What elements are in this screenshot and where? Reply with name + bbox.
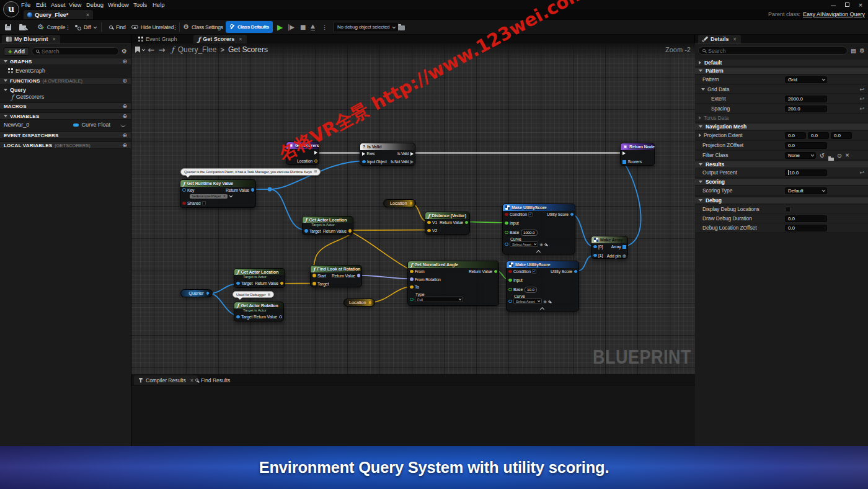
collapse-chevron-icon[interactable] bbox=[537, 249, 541, 253]
menu-edit[interactable]: Edit bbox=[36, 1, 51, 8]
section-local-variables[interactable]: LOCAL VARIABLES (GETSCORERS) ⊕ bbox=[0, 141, 131, 149]
breadcrumb-root[interactable]: Query_Flee bbox=[178, 45, 217, 54]
compile-options-icon[interactable]: ⋮ bbox=[65, 20, 71, 34]
spacing-input[interactable]: 200.0 bbox=[785, 105, 827, 112]
pin-base-in[interactable] bbox=[505, 231, 508, 235]
comment-runtime-keys[interactable]: Querier is the Companion Pawn, it has a … bbox=[180, 168, 321, 176]
pin-array-out[interactable] bbox=[622, 245, 626, 249]
asset-tab-query-flee[interactable]: Query_Flee* × bbox=[24, 10, 93, 19]
compile-button[interactable]: ⚙✔ Compile bbox=[37, 20, 65, 34]
pin-exec-in[interactable] bbox=[362, 152, 365, 156]
node-find-look-at-rotation[interactable]: ƒFind Look at Rotation Start Target Retu… bbox=[310, 265, 362, 287]
hide-unrelated-button[interactable]: Hide Unrelated bbox=[131, 20, 174, 34]
pin-type-in[interactable] bbox=[410, 298, 414, 302]
find-button[interactable]: Find bbox=[109, 20, 126, 34]
details-settings-gear-icon[interactable]: ⚙ bbox=[859, 47, 865, 54]
menu-file[interactable]: File bbox=[21, 1, 36, 8]
pin-angle-return[interactable] bbox=[494, 270, 498, 274]
var-querier[interactable]: Querier bbox=[180, 289, 213, 297]
hide-unrelated-options-icon[interactable]: ⋮ bbox=[172, 20, 178, 34]
comment-debugger[interactable]: Used for Debugger bbox=[232, 291, 274, 298]
details-display-filter-icon[interactable]: ▤ bbox=[851, 47, 856, 54]
menu-asset[interactable]: Asset bbox=[51, 1, 69, 8]
pin-distance-return[interactable] bbox=[465, 221, 469, 225]
pin-key-in[interactable] bbox=[182, 188, 186, 192]
add-pin-icon[interactable]: ⊕ bbox=[622, 253, 626, 259]
pin-is-not-valid-out[interactable] bbox=[410, 160, 414, 164]
node-get-actor-rotation[interactable]: ƒGet Actor Rotation Target is Actor Targ… bbox=[234, 302, 284, 321]
node-return[interactable]: Return Node Scorers bbox=[620, 143, 655, 166]
draw-debug-duration-input[interactable]: 0.0 bbox=[785, 215, 827, 222]
pin-location2-return[interactable] bbox=[280, 282, 284, 285]
debug-location-zoffset-input[interactable]: 0.0 bbox=[785, 225, 827, 231]
filter-class-select[interactable]: None bbox=[785, 152, 816, 159]
details-tab-close-icon[interactable]: × bbox=[733, 36, 737, 42]
projection-extent-expander-icon[interactable] bbox=[699, 133, 701, 137]
tab-my-blueprint[interactable]: My Blueprint × bbox=[2, 35, 60, 43]
get-scorers-tab-close-icon[interactable]: × bbox=[239, 36, 242, 42]
stop-button[interactable]: ■ bbox=[300, 20, 306, 34]
add-graph-icon[interactable]: ⊕ bbox=[122, 58, 127, 65]
pin-is-valid-out[interactable] bbox=[410, 152, 414, 156]
pin-rotation-return[interactable] bbox=[357, 274, 361, 277]
maximize-button[interactable] bbox=[843, 1, 851, 9]
item-eventgraph[interactable]: EventGraph bbox=[0, 67, 131, 74]
condition2-checkbox[interactable]: ✓ bbox=[532, 269, 536, 274]
pin-querier-out[interactable] bbox=[206, 292, 210, 295]
variable-visibility-eye-icon[interactable] bbox=[120, 123, 126, 127]
section-graphs[interactable]: GRAPHS ⊕ bbox=[0, 58, 131, 65]
tab-event-graph[interactable]: Event Graph bbox=[134, 35, 182, 43]
curve2-browse-icon[interactable]: ◉ bbox=[543, 299, 547, 304]
menu-tools[interactable]: Tools bbox=[133, 1, 153, 8]
pattern-select[interactable]: Grid bbox=[785, 76, 827, 83]
nav-back-icon[interactable]: ← bbox=[148, 45, 155, 55]
menu-view[interactable]: View bbox=[69, 1, 86, 8]
pin-input-object[interactable] bbox=[362, 160, 366, 164]
curve2-search-icon[interactable] bbox=[548, 300, 551, 303]
save-button[interactable] bbox=[5, 20, 11, 34]
pin-location-out[interactable] bbox=[314, 159, 318, 163]
section-navigation-mesh[interactable]: Navigation Mesh bbox=[695, 123, 868, 130]
class-defaults-button[interactable]: Class Defaults bbox=[226, 21, 273, 33]
spacing-reset-icon[interactable]: ↩ bbox=[859, 105, 864, 112]
variables-expander-icon[interactable] bbox=[4, 115, 7, 117]
pin-return-exec-in[interactable] bbox=[622, 151, 626, 155]
add-button[interactable]: +Add bbox=[4, 47, 29, 56]
pin-target3-in[interactable] bbox=[236, 315, 240, 319]
add-macro-icon[interactable]: ⊕ bbox=[122, 103, 127, 109]
add-event-dispatcher-icon[interactable]: ⊕ bbox=[122, 132, 127, 138]
output-percent-input[interactable]: 10.0 bbox=[785, 169, 827, 176]
pin-from-rotation-in[interactable] bbox=[410, 277, 414, 281]
base2-value-input[interactable]: 10.0 bbox=[525, 287, 538, 293]
curve-asset-select[interactable]: Select Asset bbox=[510, 241, 538, 247]
grid-data-reset-icon[interactable]: ↩ bbox=[859, 86, 864, 92]
nav-forward-icon[interactable]: → bbox=[158, 45, 165, 55]
pin-flar-target-in[interactable] bbox=[312, 282, 316, 285]
pin-shared-in[interactable] bbox=[182, 202, 186, 205]
projection-zoffset-input[interactable]: 0.0 bbox=[785, 142, 827, 149]
browse-asset-button[interactable] bbox=[19, 20, 27, 34]
tab-get-scorers[interactable]: ƒ Get Scorers × bbox=[193, 35, 247, 43]
grid-data-expander-icon[interactable] bbox=[701, 88, 705, 91]
menu-help[interactable]: Help bbox=[153, 1, 165, 8]
debug-expander-icon[interactable] bbox=[699, 199, 702, 202]
type-select[interactable]: Full bbox=[415, 297, 463, 302]
node-is-valid[interactable]: ?Is Valid Exec Input Object Is Valid Is … bbox=[360, 143, 415, 166]
section-functions[interactable]: FUNCTIONS (4 OVERRIDABLE) ⊕ bbox=[0, 77, 131, 84]
pin-to-in[interactable] bbox=[410, 285, 414, 289]
node-make-utilityscore-2[interactable]: Make UtilityScore Condition✓ Utility Sco… bbox=[506, 261, 579, 312]
pin-base2-in[interactable] bbox=[508, 288, 512, 292]
close-button[interactable]: × bbox=[857, 1, 864, 9]
output-percent-reset-icon[interactable]: ↩ bbox=[859, 169, 864, 176]
asset-tab-close-icon[interactable]: × bbox=[86, 12, 89, 18]
graphs-expander-icon[interactable] bbox=[4, 60, 7, 63]
node-make-utilityscore-1[interactable]: Make UtilityScore Condition✓ Utility Sco… bbox=[502, 204, 575, 254]
pin-v2-in[interactable] bbox=[427, 229, 431, 233]
add-function-icon[interactable]: ⊕ bbox=[122, 78, 127, 84]
pin-runtime-return[interactable] bbox=[251, 188, 255, 192]
section-event-dispatchers[interactable]: EVENT DISPATCHERS ⊕ bbox=[0, 132, 131, 139]
node-get-actor-location-2[interactable]: ƒGet Actor Location Target is Actor Targ… bbox=[234, 268, 285, 288]
bookmark-chevron-icon[interactable] bbox=[142, 48, 145, 51]
pin-scorers-in[interactable] bbox=[622, 160, 626, 164]
query-expander-icon[interactable] bbox=[4, 89, 7, 91]
